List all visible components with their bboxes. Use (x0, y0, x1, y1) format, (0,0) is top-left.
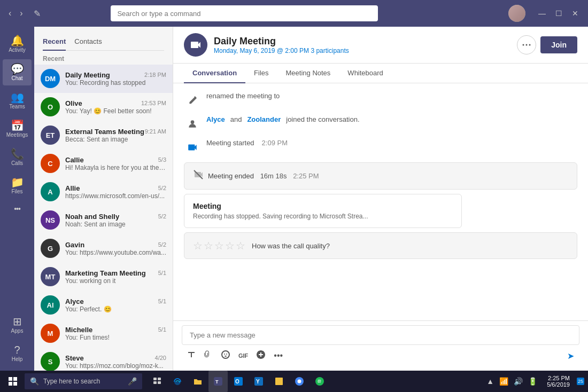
tab-meeting-notes[interactable]: Meeting Notes (277, 64, 339, 83)
search-input[interactable] (111, 5, 378, 21)
list-item[interactable]: A Allie 5/2 https://www.microsoft.com/en… (34, 178, 173, 206)
gif-button[interactable]: GIF (235, 350, 251, 361)
emoji-button[interactable] (218, 348, 233, 363)
list-item[interactable]: NS Noah and Shelly 5/2 Noah: Sent an ima… (34, 206, 173, 234)
forward-button[interactable]: › (17, 6, 26, 20)
sidebar-item-teams[interactable]: 👥 Teams (3, 88, 32, 114)
tray-expand[interactable]: ▲ (484, 376, 496, 387)
more-actions-button[interactable]: ••• (270, 349, 286, 363)
join-icon (184, 115, 201, 132)
spotify-button[interactable] (310, 371, 329, 392)
sidebar-item-activity[interactable]: 🔔 Activity (3, 31, 32, 57)
tab-recent[interactable]: Recent (43, 33, 66, 51)
format-text-button[interactable] (184, 348, 199, 363)
join-alyce: Alyce (206, 115, 225, 123)
sticky-notes-button[interactable] (269, 371, 289, 392)
tab-conversation[interactable]: Conversation (184, 64, 245, 83)
sidebar-item-files[interactable]: 📁 Files (3, 173, 32, 199)
tab-files[interactable]: Files (245, 64, 277, 83)
back-button[interactable]: ‹ (5, 6, 14, 20)
meeting-avatar (184, 33, 207, 57)
notification-button[interactable]: 25 (575, 371, 586, 392)
list-item[interactable]: S Steve 4/20 You: https://moz.com/blog/m… (34, 348, 173, 371)
sticky-notes-icon (274, 377, 284, 386)
side-nav: 🔔 Activity 💬 Chat 👥 Teams 📅 Meetings 📞 C… (0, 27, 34, 371)
close-button[interactable]: ✕ (568, 7, 583, 20)
clock-time: 2:25 PM (548, 375, 570, 381)
chat-name: Noah and Shelly (65, 213, 119, 221)
taskbar-right: ▲ 📶 🔊 🔋 2:25 PM 5/6/2019 25 (482, 371, 586, 392)
user-avatar[interactable] (508, 5, 525, 22)
join-button[interactable]: Join (540, 36, 577, 53)
teams-taskbar-button[interactable]: T (208, 371, 228, 392)
edge-button[interactable] (168, 371, 187, 392)
start-button[interactable] (2, 371, 24, 392)
nav-buttons: ‹ › (5, 6, 26, 20)
sidebar-item-meetings[interactable]: 📅 Meetings (3, 116, 32, 142)
taskbar-icons: T O Y (148, 371, 329, 392)
sidebar-item-more[interactable]: ••• (3, 201, 32, 217)
tab-contacts[interactable]: Contacts (74, 33, 102, 51)
more-icon: ••• (274, 351, 283, 360)
sticker-button[interactable] (253, 348, 268, 363)
chat-time: 5/2 (158, 185, 166, 191)
list-item[interactable]: G Gavin 5/2 You: https://www.youtube.com… (34, 234, 173, 263)
list-item[interactable]: ET External Teams Meeting 9:21 AM Becca:… (34, 121, 173, 150)
more-options-button[interactable] (517, 35, 536, 54)
sticker-icon (257, 350, 265, 359)
meeting-ended-info: Meeting ended 16m 18s 2:25 PM (208, 172, 319, 180)
video-icon (189, 38, 202, 51)
list-item[interactable]: Al Alyce 5/1 You: Perfect. 😊 (34, 291, 173, 319)
header-actions: Join (517, 35, 577, 54)
compose-button[interactable]: ✎ (30, 6, 44, 21)
minimize-button[interactable]: — (534, 7, 550, 20)
call-quality-rating[interactable]: ☆☆☆☆☆ How was the call quality? (184, 232, 577, 259)
files-label: Files (11, 189, 22, 194)
chat-info: Allie 5/2 https://www.microsoft.com/en-u… (65, 184, 166, 200)
avatar: DM (41, 69, 60, 88)
activity-icon: 🔔 (11, 35, 24, 46)
chat-name-row: External Teams Meeting 9:21 AM (65, 128, 166, 136)
star-rating[interactable]: ☆☆☆☆☆ (193, 239, 246, 252)
ellipsis-icon (522, 41, 531, 49)
maximize-button[interactable]: ☐ (551, 7, 567, 20)
list-item[interactable]: M Michelle 5/1 You: Fun times! (34, 319, 173, 348)
meeting-ended-time: 2:25 PM (293, 172, 319, 180)
rating-question: How was the call quality? (252, 242, 330, 250)
chat-name-row: Allie 5/2 (65, 184, 166, 192)
chat-name-row: Noah and Shelly 5/2 (65, 213, 166, 221)
meeting-started-message: Meeting started 2:09 PM (206, 139, 577, 147)
svg-rect-15 (275, 378, 283, 385)
sidebar-item-apps[interactable]: ⊞ Apps (3, 312, 32, 338)
system-clock[interactable]: 2:25 PM 5/6/2019 (543, 375, 574, 388)
explorer-button[interactable] (188, 371, 207, 392)
volume-icon[interactable]: 🔊 (512, 376, 525, 387)
list-item[interactable]: MT Marketing Team Meeting 5/1 You: worki… (34, 263, 173, 291)
battery-icon[interactable]: 🔋 (526, 376, 539, 387)
network-icon[interactable]: 📶 (497, 376, 510, 387)
svg-point-0 (523, 44, 524, 46)
list-item[interactable]: O Olive 12:53 PM You: Yay! 😊 Feel better… (34, 93, 173, 121)
chat-name: Callie (65, 156, 84, 164)
input-toolbar: GIF ••• ➤ (182, 345, 579, 366)
message-input[interactable] (182, 325, 579, 345)
chrome-button[interactable] (290, 371, 309, 392)
list-item[interactable]: DM Daily Meeting 2:18 PM You: Recording … (34, 65, 173, 93)
task-view-button[interactable] (148, 371, 167, 392)
meeting-ended-label: Meeting ended (208, 172, 254, 180)
taskbar-search[interactable]: 🔍 Type here to search 🎤 (25, 373, 142, 389)
send-button[interactable]: ➤ (564, 349, 577, 363)
sidebar-item-help[interactable]: ? Help (3, 340, 32, 366)
outlook-button[interactable]: O (229, 371, 248, 392)
attach-button[interactable] (201, 348, 216, 363)
chat-info: Olive 12:53 PM You: Yay! 😊 Feel better s… (65, 99, 166, 115)
sidebar-item-calls[interactable]: 📞 Calls (3, 144, 32, 170)
chat-preview: Hi! Makayla is here for you at the f... (65, 164, 166, 171)
tab-whiteboard[interactable]: Whiteboard (339, 64, 391, 83)
sidebar-item-chat[interactable]: 💬 Chat (3, 59, 32, 85)
avatar: C (41, 154, 60, 173)
list-item[interactable]: C Callie 5/3 Hi! Makayla is here for you… (34, 150, 173, 178)
app-body: 🔔 Activity 💬 Chat 👥 Teams 📅 Meetings 📞 C… (0, 27, 588, 371)
microphone-icon: 🎤 (128, 377, 137, 386)
yammer-button[interactable]: Y (249, 371, 268, 392)
